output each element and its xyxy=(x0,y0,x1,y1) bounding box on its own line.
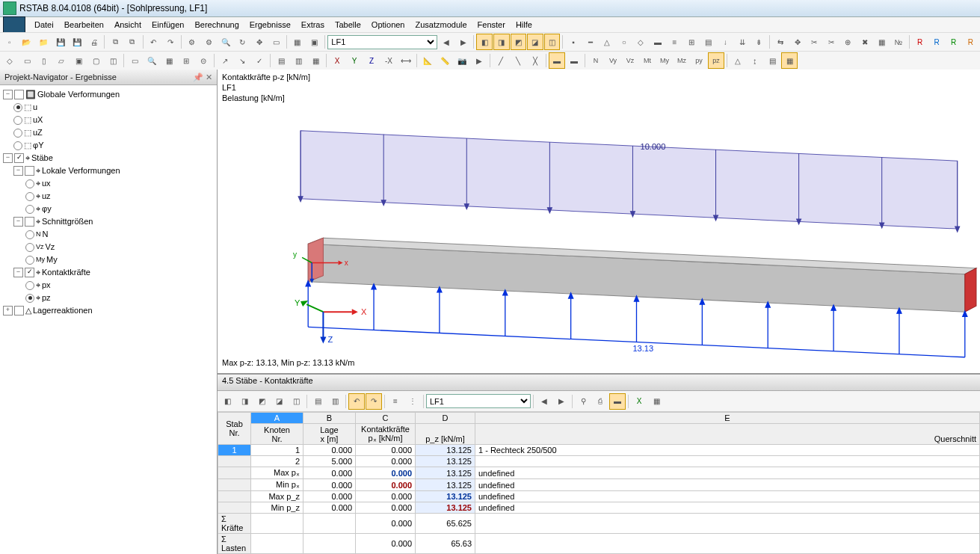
my-icon[interactable]: My xyxy=(656,52,673,69)
menu-icon[interactable] xyxy=(3,16,25,33)
results-table[interactable]: StabNr. A B C D E KnotenNr. Lagex [m] Ko… xyxy=(218,412,980,554)
node-lphiy[interactable]: ⌖φy xyxy=(1,203,215,215)
v-iso-icon[interactable]: ◇ xyxy=(1,52,18,69)
results-table-icon[interactable]: ▦ xyxy=(781,52,798,69)
lines2-icon[interactable]: ╲ xyxy=(510,52,526,69)
col-D[interactable]: D xyxy=(416,413,475,424)
v-side-icon[interactable]: ▯ xyxy=(36,52,52,69)
release-icon[interactable]: ◇ xyxy=(633,34,650,50)
node-glob-verform[interactable]: −🔲 Globale Verformungen xyxy=(1,88,215,101)
pz-icon[interactable]: pz xyxy=(708,52,724,69)
col-qs[interactable]: Querschnitt xyxy=(475,424,980,445)
node-vz[interactable]: VzVz xyxy=(1,241,215,253)
result5-icon[interactable]: ◫ xyxy=(544,34,561,50)
table-row[interactable]: Min p_z0.0000.00013.125undefined xyxy=(218,502,980,514)
tbl-nav-prev[interactable]: ◀ xyxy=(536,393,552,410)
table-row[interactable]: 25.0000.00013.125 xyxy=(218,456,980,467)
saveall-icon[interactable]: 💾 xyxy=(69,34,85,50)
result2-icon[interactable]: ◨ xyxy=(493,34,510,50)
v-grid-icon[interactable]: ▦ xyxy=(161,52,177,69)
col-E[interactable]: E xyxy=(475,413,980,424)
eccent-icon[interactable]: ▬ xyxy=(650,34,666,50)
menu-ansicht[interactable]: Ansicht xyxy=(110,19,146,31)
node-schnitt[interactable]: −⌖ Schnittgrößen xyxy=(1,215,215,228)
join-icon[interactable]: ⊕ xyxy=(839,34,856,50)
diag2-icon[interactable]: ▬ xyxy=(566,52,582,69)
node-phiy[interactable]: ⬚φY xyxy=(1,139,215,152)
axis-y-icon[interactable]: Y xyxy=(346,52,363,69)
module3-icon[interactable]: R xyxy=(946,34,962,50)
node-uz[interactable]: ⬚uZ xyxy=(1,126,215,139)
table-icon[interactable]: ▤ xyxy=(764,52,780,69)
open-icon[interactable]: 📂 xyxy=(19,34,35,50)
diag-icon[interactable]: ▬ xyxy=(549,52,565,69)
col-lage[interactable]: Lagex [m] xyxy=(303,424,356,445)
menu-bearbeiten[interactable]: Bearbeiten xyxy=(60,19,108,31)
calc-icon[interactable]: ⚙ xyxy=(184,34,200,50)
node-icon[interactable]: ▪ xyxy=(565,34,582,50)
vz-icon[interactable]: Vz xyxy=(622,52,638,69)
clip-icon[interactable]: ▤ xyxy=(273,52,289,69)
tbl-btn-6[interactable]: ▤ xyxy=(309,393,326,410)
tbl-btn-3[interactable]: ◩ xyxy=(253,393,270,410)
node-staebe[interactable]: −✓⌖ Stäbe xyxy=(1,152,215,164)
meas2-icon[interactable]: 📏 xyxy=(437,52,453,69)
menu-einfuegen[interactable]: Einfügen xyxy=(147,19,188,31)
hinge-icon[interactable]: ○ xyxy=(616,34,632,50)
table-row[interactable]: Max p_z0.0000.00013.125undefined xyxy=(218,491,980,502)
tbl-btn-8[interactable]: ↶ xyxy=(348,393,365,410)
menu-fenster[interactable]: Fenster xyxy=(473,19,510,31)
select-icon[interactable]: ▭ xyxy=(268,34,285,50)
result-icon[interactable]: ◧ xyxy=(476,34,493,50)
save-icon[interactable]: 💾 xyxy=(52,34,69,50)
table-loadcase-select[interactable]: LF1 xyxy=(426,394,531,408)
node-px[interactable]: ⌖px xyxy=(1,279,215,292)
col-stab[interactable]: StabNr. xyxy=(218,413,251,445)
v-sel2-icon[interactable]: ↘ xyxy=(234,52,250,69)
redo-icon[interactable]: ↷ xyxy=(162,34,179,50)
v-filter-icon[interactable]: ⊝ xyxy=(195,52,212,69)
support-icon[interactable]: △ xyxy=(599,34,615,50)
copy-icon[interactable]: ⧉ xyxy=(107,34,123,50)
node-luz[interactable]: ⌖uz xyxy=(1,190,215,203)
paste-icon[interactable]: ⧉ xyxy=(124,34,141,50)
v-wire-icon[interactable]: ▢ xyxy=(87,52,104,69)
pan-icon[interactable]: ✥ xyxy=(251,34,268,50)
menu-datei[interactable]: Datei xyxy=(30,19,58,31)
axis-x-icon[interactable]: X xyxy=(329,52,345,69)
v-grid2-icon[interactable]: ⊞ xyxy=(178,52,194,69)
cam-icon[interactable]: 📷 xyxy=(454,52,470,69)
node-lux[interactable]: ⌖ux xyxy=(1,177,215,190)
col-knoten[interactable]: KnotenNr. xyxy=(251,424,303,445)
mat-icon[interactable]: ▤ xyxy=(700,34,717,50)
module4-icon[interactable]: R xyxy=(962,34,979,50)
loadcase-select[interactable]: LF1 xyxy=(327,35,437,49)
tbl-calc-icon[interactable]: ▦ xyxy=(648,393,665,410)
tbl-mark-icon[interactable]: ▬ xyxy=(609,393,626,410)
node-lager[interactable]: +△ Lagerreaktionen xyxy=(1,304,215,317)
node-pz[interactable]: ⌖pz xyxy=(1,292,215,304)
view-icon[interactable]: ▣ xyxy=(306,34,323,50)
set-icon[interactable]: ≡ xyxy=(667,34,683,50)
menu-extras[interactable]: Extras xyxy=(297,19,329,31)
table-row[interactable]: Max pₓ0.0000.00013.125undefined xyxy=(218,467,980,479)
menu-zusatz[interactable]: Zusatzmodule xyxy=(411,19,472,31)
new-icon[interactable]: ▫ xyxy=(1,34,18,50)
tbl-btn-9[interactable]: ↷ xyxy=(366,393,382,410)
menu-tabelle[interactable]: Tabelle xyxy=(330,19,366,31)
v-front-icon[interactable]: ▭ xyxy=(19,52,35,69)
menu-berechnung[interactable]: Berechnung xyxy=(190,19,243,31)
print-icon[interactable]: 🖨 xyxy=(86,34,102,50)
result3-icon[interactable]: ◩ xyxy=(511,34,527,50)
result4-icon[interactable]: ◪ xyxy=(527,34,543,50)
py-icon[interactable]: py xyxy=(691,52,707,69)
scale-icon[interactable]: ↨ xyxy=(747,52,763,69)
mz-icon[interactable]: Mz xyxy=(674,52,690,69)
tbl-btn-1[interactable]: ◧ xyxy=(219,393,235,410)
tbl-nav-next[interactable]: ▶ xyxy=(553,393,570,410)
cross-icon[interactable]: ⊞ xyxy=(683,34,700,50)
layout-icon[interactable]: ▦ xyxy=(289,34,306,50)
tbl-btn-10[interactable]: ≡ xyxy=(387,393,404,410)
undo-icon[interactable]: ↶ xyxy=(146,34,162,50)
delete-icon[interactable]: ✖ xyxy=(857,34,873,50)
